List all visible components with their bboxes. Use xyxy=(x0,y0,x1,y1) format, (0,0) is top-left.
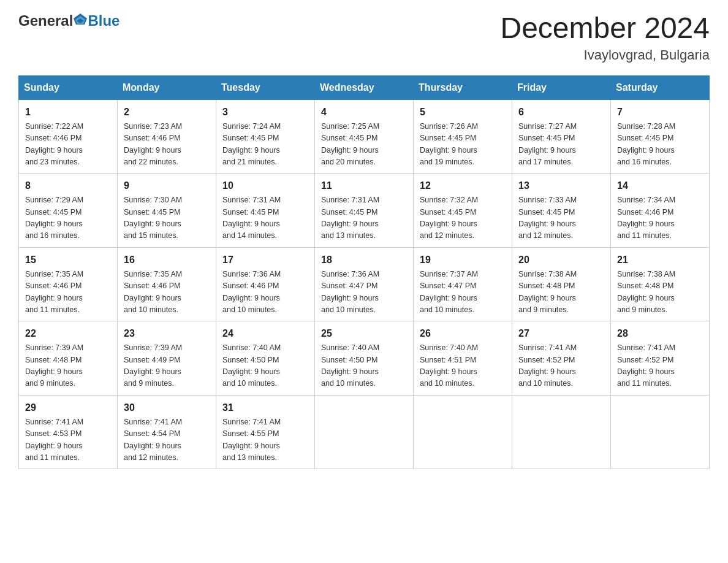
table-row: 31 Sunrise: 7:41 AM Sunset: 4:55 PM Dayl… xyxy=(216,395,315,469)
day-info: Sunrise: 7:22 AM Sunset: 4:46 PM Dayligh… xyxy=(25,121,111,169)
header-friday: Friday xyxy=(512,75,611,99)
table-row: 6 Sunrise: 7:27 AM Sunset: 4:45 PM Dayli… xyxy=(512,99,611,174)
day-number: 17 xyxy=(222,253,308,267)
day-info: Sunrise: 7:29 AM Sunset: 4:45 PM Dayligh… xyxy=(25,194,111,242)
calendar-week-3: 15 Sunrise: 7:35 AM Sunset: 4:46 PM Dayl… xyxy=(19,247,710,321)
day-number: 26 xyxy=(420,326,506,341)
day-info: Sunrise: 7:23 AM Sunset: 4:46 PM Dayligh… xyxy=(124,121,210,169)
day-info: Sunrise: 7:40 AM Sunset: 4:50 PM Dayligh… xyxy=(222,342,308,390)
table-row: 18 Sunrise: 7:36 AM Sunset: 4:47 PM Dayl… xyxy=(315,247,414,321)
calendar-week-1: 1 Sunrise: 7:22 AM Sunset: 4:46 PM Dayli… xyxy=(19,99,710,174)
header-sunday: Sunday xyxy=(19,75,118,99)
table-row: 21 Sunrise: 7:38 AM Sunset: 4:48 PM Dayl… xyxy=(611,247,710,321)
day-info: Sunrise: 7:41 AM Sunset: 4:55 PM Dayligh… xyxy=(222,416,308,464)
calendar-header-row: Sunday Monday Tuesday Wednesday Thursday… xyxy=(19,75,710,99)
table-row: 28 Sunrise: 7:41 AM Sunset: 4:52 PM Dayl… xyxy=(611,321,710,396)
table-row: 17 Sunrise: 7:36 AM Sunset: 4:46 PM Dayl… xyxy=(216,247,315,321)
day-number: 9 xyxy=(124,178,210,193)
table-row: 15 Sunrise: 7:35 AM Sunset: 4:46 PM Dayl… xyxy=(19,247,118,321)
day-info: Sunrise: 7:26 AM Sunset: 4:45 PM Dayligh… xyxy=(420,121,506,169)
calendar-week-2: 8 Sunrise: 7:29 AM Sunset: 4:45 PM Dayli… xyxy=(19,174,710,248)
day-info: Sunrise: 7:27 AM Sunset: 4:45 PM Dayligh… xyxy=(518,121,604,169)
day-info: Sunrise: 7:32 AM Sunset: 4:45 PM Dayligh… xyxy=(420,194,506,242)
table-row: 3 Sunrise: 7:24 AM Sunset: 4:45 PM Dayli… xyxy=(216,99,315,174)
day-number: 19 xyxy=(420,253,506,267)
day-number: 13 xyxy=(518,178,604,193)
day-number: 7 xyxy=(617,105,703,120)
header-tuesday: Tuesday xyxy=(216,75,315,99)
table-row: 1 Sunrise: 7:22 AM Sunset: 4:46 PM Dayli… xyxy=(19,99,118,174)
table-row xyxy=(512,395,611,469)
logo-icon xyxy=(74,12,87,29)
calendar-table: Sunday Monday Tuesday Wednesday Thursday… xyxy=(18,75,710,470)
table-row xyxy=(315,395,414,469)
table-row: 5 Sunrise: 7:26 AM Sunset: 4:45 PM Dayli… xyxy=(414,99,512,174)
day-info: Sunrise: 7:41 AM Sunset: 4:54 PM Dayligh… xyxy=(124,416,210,464)
day-info: Sunrise: 7:39 AM Sunset: 4:49 PM Dayligh… xyxy=(124,342,210,390)
table-row: 8 Sunrise: 7:29 AM Sunset: 4:45 PM Dayli… xyxy=(19,174,118,248)
table-row: 11 Sunrise: 7:31 AM Sunset: 4:45 PM Dayl… xyxy=(315,174,414,248)
day-info: Sunrise: 7:36 AM Sunset: 4:46 PM Dayligh… xyxy=(222,269,308,316)
day-number: 2 xyxy=(124,105,210,120)
day-info: Sunrise: 7:30 AM Sunset: 4:45 PM Dayligh… xyxy=(124,194,210,242)
day-number: 11 xyxy=(321,178,407,193)
header-monday: Monday xyxy=(118,75,216,99)
day-number: 20 xyxy=(518,253,604,267)
day-number: 23 xyxy=(124,326,210,341)
day-number: 15 xyxy=(25,253,111,267)
day-info: Sunrise: 7:40 AM Sunset: 4:51 PM Dayligh… xyxy=(420,342,506,390)
header-thursday: Thursday xyxy=(414,75,512,99)
day-info: Sunrise: 7:33 AM Sunset: 4:45 PM Dayligh… xyxy=(518,194,604,242)
day-info: Sunrise: 7:37 AM Sunset: 4:47 PM Dayligh… xyxy=(420,269,506,316)
day-number: 10 xyxy=(222,178,308,193)
day-number: 27 xyxy=(518,326,604,341)
header-wednesday: Wednesday xyxy=(315,75,414,99)
calendar-week-5: 29 Sunrise: 7:41 AM Sunset: 4:53 PM Dayl… xyxy=(19,395,710,469)
day-info: Sunrise: 7:38 AM Sunset: 4:48 PM Dayligh… xyxy=(617,269,703,316)
day-info: Sunrise: 7:39 AM Sunset: 4:48 PM Dayligh… xyxy=(25,342,111,390)
day-info: Sunrise: 7:41 AM Sunset: 4:52 PM Dayligh… xyxy=(617,342,703,390)
day-number: 25 xyxy=(321,326,407,341)
table-row: 26 Sunrise: 7:40 AM Sunset: 4:51 PM Dayl… xyxy=(414,321,512,396)
title-area: December 2024 Ivaylovgrad, Bulgaria xyxy=(500,12,710,63)
table-row: 29 Sunrise: 7:41 AM Sunset: 4:53 PM Dayl… xyxy=(19,395,118,469)
page-header: General Blue December 2024 Ivaylovgrad, … xyxy=(18,12,710,63)
day-number: 30 xyxy=(124,400,210,415)
header-saturday: Saturday xyxy=(611,75,710,99)
calendar-subtitle: Ivaylovgrad, Bulgaria xyxy=(500,47,710,63)
table-row: 10 Sunrise: 7:31 AM Sunset: 4:45 PM Dayl… xyxy=(216,174,315,248)
table-row: 12 Sunrise: 7:32 AM Sunset: 4:45 PM Dayl… xyxy=(414,174,512,248)
calendar-title: December 2024 xyxy=(500,12,710,45)
day-number: 31 xyxy=(222,400,308,415)
day-info: Sunrise: 7:35 AM Sunset: 4:46 PM Dayligh… xyxy=(25,269,111,316)
day-number: 28 xyxy=(617,326,703,341)
table-row: 13 Sunrise: 7:33 AM Sunset: 4:45 PM Dayl… xyxy=(512,174,611,248)
day-info: Sunrise: 7:34 AM Sunset: 4:46 PM Dayligh… xyxy=(617,194,703,242)
day-number: 3 xyxy=(222,105,308,120)
day-number: 12 xyxy=(420,178,506,193)
table-row: 19 Sunrise: 7:37 AM Sunset: 4:47 PM Dayl… xyxy=(414,247,512,321)
day-info: Sunrise: 7:41 AM Sunset: 4:52 PM Dayligh… xyxy=(518,342,604,390)
day-number: 16 xyxy=(124,253,210,267)
day-number: 14 xyxy=(617,178,703,193)
day-number: 22 xyxy=(25,326,111,341)
day-info: Sunrise: 7:25 AM Sunset: 4:45 PM Dayligh… xyxy=(321,121,407,169)
logo-blue-text: Blue xyxy=(88,12,119,29)
table-row: 14 Sunrise: 7:34 AM Sunset: 4:46 PM Dayl… xyxy=(611,174,710,248)
table-row: 16 Sunrise: 7:35 AM Sunset: 4:46 PM Dayl… xyxy=(118,247,216,321)
day-number: 6 xyxy=(518,105,604,120)
day-number: 8 xyxy=(25,178,111,193)
table-row: 2 Sunrise: 7:23 AM Sunset: 4:46 PM Dayli… xyxy=(118,99,216,174)
day-number: 5 xyxy=(420,105,506,120)
day-info: Sunrise: 7:35 AM Sunset: 4:46 PM Dayligh… xyxy=(124,269,210,316)
day-number: 29 xyxy=(25,400,111,415)
day-info: Sunrise: 7:36 AM Sunset: 4:47 PM Dayligh… xyxy=(321,269,407,316)
logo: General Blue xyxy=(18,12,119,29)
day-number: 24 xyxy=(222,326,308,341)
table-row: 4 Sunrise: 7:25 AM Sunset: 4:45 PM Dayli… xyxy=(315,99,414,174)
day-info: Sunrise: 7:40 AM Sunset: 4:50 PM Dayligh… xyxy=(321,342,407,390)
table-row: 9 Sunrise: 7:30 AM Sunset: 4:45 PM Dayli… xyxy=(118,174,216,248)
day-info: Sunrise: 7:41 AM Sunset: 4:53 PM Dayligh… xyxy=(25,416,111,464)
table-row: 22 Sunrise: 7:39 AM Sunset: 4:48 PM Dayl… xyxy=(19,321,118,396)
calendar-week-4: 22 Sunrise: 7:39 AM Sunset: 4:48 PM Dayl… xyxy=(19,321,710,396)
